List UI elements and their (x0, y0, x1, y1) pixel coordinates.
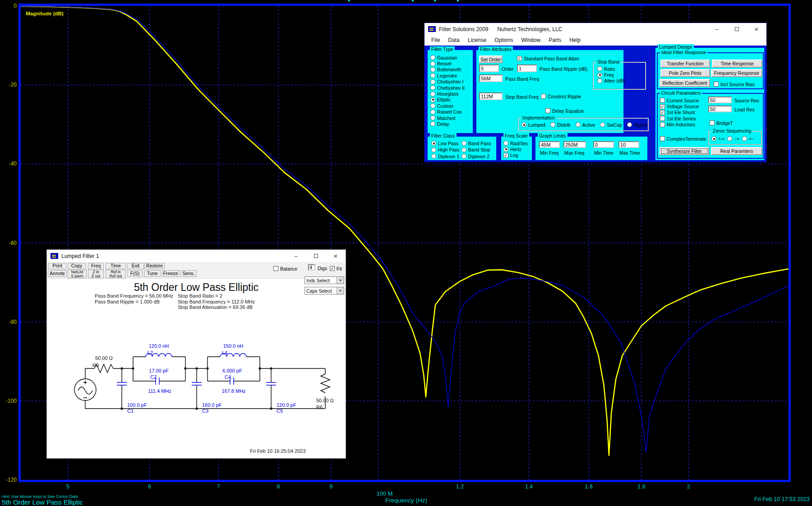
netlist-s-parm-button[interactable]: NetListS parm (68, 270, 87, 278)
menu-file[interactable]: File (427, 36, 444, 44)
radio-[interactable]: <-- (742, 136, 754, 142)
radio-legendre[interactable]: Legendre (430, 73, 465, 78)
close-icon[interactable]: × (747, 23, 766, 35)
pole-zero-plots-button[interactable]: Pole Zero Plots (660, 69, 710, 77)
radio-ratio[interactable]: Ratio (597, 66, 625, 72)
radio-diplexer-1[interactable]: Diplexer 1 (431, 153, 460, 159)
radio-delay[interactable]: Delay (430, 121, 465, 127)
tune-button[interactable]: Tune (144, 270, 161, 277)
radio-diplexer-2[interactable]: Diplexer 2 (461, 153, 491, 159)
real-parameters-button[interactable]: Real Paramters (711, 147, 762, 155)
source-res-input[interactable] (708, 97, 732, 103)
checkbox-1st-ele-shunt[interactable]: ✓1st Ele Shunt (660, 110, 699, 115)
radio-high-pass[interactable]: High Pass (431, 147, 460, 153)
print-button[interactable]: Print (48, 263, 66, 269)
minimize-icon[interactable]: – (707, 23, 727, 35)
fs-titlebar[interactable]: Filter Solutions 2009 Nuhertz Technologi… (424, 23, 766, 35)
checkbox-incl-source-bias[interactable]: Incl Source Bias (714, 81, 755, 87)
capacitor-c5 (266, 382, 276, 385)
menu-help[interactable]: Help (565, 36, 585, 44)
close-icon[interactable]: × (326, 250, 346, 262)
menu-data[interactable]: Data (444, 36, 463, 44)
radio-lumped[interactable]: Lumped (521, 122, 545, 128)
checkbox-delay-equalize[interactable]: Delay Equalize (545, 108, 584, 114)
checkbox-standard-pass-band-atten[interactable]: ✓ Standard Pass Band Atten (517, 55, 579, 61)
checkbox-current-source[interactable]: Current Source (660, 97, 699, 103)
radio-band-stop[interactable]: Band Stop (461, 147, 491, 153)
max-time-input[interactable] (618, 141, 639, 148)
label: Min Inductors (667, 122, 695, 127)
f-s-button[interactable]: F(S) (127, 270, 143, 277)
radio-freq[interactable]: Freq (597, 72, 625, 78)
radio-band-pass[interactable]: Band Pass (461, 140, 491, 146)
restore-button[interactable]: Restore (144, 263, 165, 269)
synthesize-filter-button[interactable]: Synthesize Filter (660, 147, 709, 155)
radio-atten-db[interactable]: Atten (dB) (597, 78, 625, 84)
min-freq-input[interactable] (539, 141, 560, 148)
checkbox-complex-terminate[interactable]: ComplexTerminate (660, 136, 706, 142)
maximize-icon[interactable] (727, 23, 747, 35)
frequency-response-button[interactable]: Frequency Response (711, 69, 762, 77)
lf-titlebar[interactable]: Lumped Filter 1 – × (47, 250, 346, 262)
order-input[interactable] (479, 64, 499, 72)
radio-active[interactable]: Active (576, 122, 595, 128)
checkbox-constrict-ripple[interactable]: Constrict Ripple (541, 93, 581, 99)
freq-button[interactable]: Freq (88, 263, 104, 269)
radio-[interactable]: --> (727, 136, 739, 142)
radio-butterworth[interactable]: Butterworth (430, 67, 465, 73)
radio-low-pass[interactable]: Low Pass (431, 140, 460, 146)
sens-button[interactable]: Sens. (180, 270, 197, 277)
checkbox-min-inductors[interactable]: Min Inductors (660, 122, 699, 128)
pass-band-freq-input[interactable] (479, 74, 503, 82)
transfer-function-button[interactable]: Transfer Function (660, 60, 710, 68)
group-legend: Circuit Paramaters (660, 90, 702, 96)
checkbox-fit[interactable]: ✓ Fit (330, 266, 342, 271)
time-response-button[interactable]: Time Response (712, 60, 762, 68)
checkbox-voltage-source[interactable]: ✓Voltage Source (660, 103, 699, 109)
label: Gaussian (437, 55, 457, 60)
menu-window[interactable]: Window (517, 36, 544, 44)
set-order-button[interactable]: Set Order (479, 55, 503, 63)
maximize-icon[interactable] (306, 250, 326, 262)
radio-swcap[interactable]: SwCap (600, 122, 622, 128)
pass-band-ripple-input[interactable] (517, 64, 537, 72)
radio-digital[interactable]: Digital (627, 122, 647, 128)
freeze-button[interactable]: Freeze (162, 270, 179, 277)
stop-band-freq-input[interactable] (479, 92, 503, 100)
ref-in-ref-out-button[interactable]: Ref inRef out (106, 270, 126, 278)
radio-distrib[interactable]: Distrib (550, 122, 571, 128)
menu-options[interactable]: Options (490, 36, 517, 44)
radio-hourglass[interactable]: Hourglass (430, 91, 465, 97)
radio-hertz[interactable]: Hertz (503, 146, 528, 152)
radio-custom[interactable]: Custom (430, 103, 465, 109)
radio-raised-cos[interactable]: Raised Cos (430, 109, 465, 115)
radio-elliptic[interactable]: Elliptic (430, 97, 465, 103)
menu-parts[interactable]: Parts (544, 36, 565, 44)
checkbox-log[interactable]: ✓Log (503, 152, 528, 158)
radio-chebyshev-i[interactable]: Chebyshev I (430, 79, 465, 85)
radio-matched[interactable]: Matched (430, 115, 465, 121)
radio-mark (430, 73, 435, 78)
z-in-z-out-button[interactable]: Z inZ out (88, 270, 104, 278)
radio-[interactable]: <-> (711, 136, 724, 142)
max-freq-input[interactable] (563, 141, 586, 148)
time-button[interactable]: Time (106, 263, 126, 269)
minimize-icon[interactable]: – (286, 250, 306, 262)
load-res-input[interactable] (708, 106, 732, 112)
circuit-schematic[interactable]: 50.00 Ω R0 120.0 nH L2 17.00 pF C2 111.4… (56, 340, 337, 417)
checkbox-balance[interactable]: Balance (273, 266, 297, 271)
radio-gaussian[interactable]: Gaussian (430, 55, 465, 60)
annote-button[interactable]: Annote (48, 270, 67, 277)
exit-button[interactable]: Exit (127, 263, 144, 269)
menu-license[interactable]: License (464, 36, 490, 44)
reflection-coefficient-button[interactable]: Reflection Coefficient (660, 79, 710, 87)
copy-button[interactable]: Copy (68, 263, 86, 269)
digs-input[interactable] (308, 264, 315, 271)
min-time-input[interactable] (593, 141, 614, 148)
checkbox-bridget[interactable]: BridgeT (710, 120, 733, 126)
radio-chebyshev-ii[interactable]: Chebyshev II (430, 85, 465, 91)
radio-bessel[interactable]: Bessel (430, 60, 465, 66)
radio-mark (550, 122, 555, 127)
checkbox-1st-ele-series[interactable]: 1st Ele Series (660, 115, 699, 121)
radio-rad-sec[interactable]: Rad/Sec (503, 140, 528, 146)
